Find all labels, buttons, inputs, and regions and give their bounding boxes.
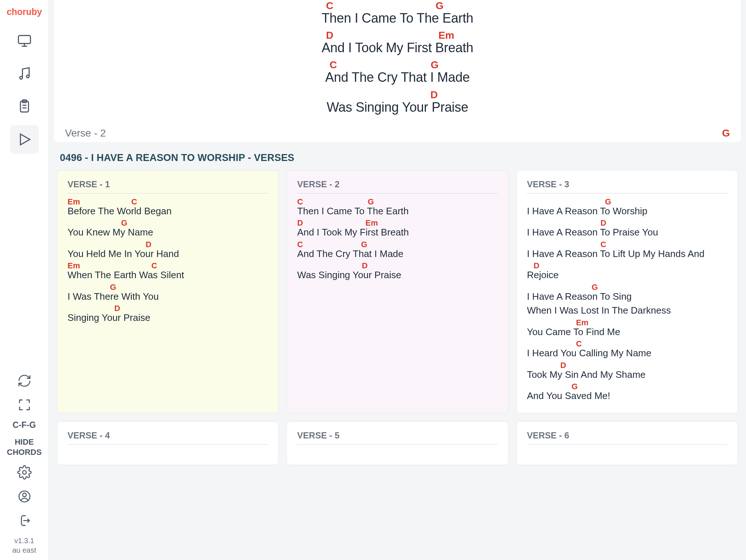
- lyric-row: Before The World Began: [68, 205, 268, 217]
- verse-card-title: VERSE - 4: [68, 430, 268, 441]
- card-line: DWas Singing Your Praise: [297, 262, 497, 281]
- display-icon[interactable]: [10, 27, 39, 55]
- chord-row: C G: [297, 198, 497, 206]
- lyric-row: I Have A Reason To Worship: [527, 205, 727, 217]
- chord-shortcut[interactable]: C-F-G: [13, 420, 36, 430]
- lyric-row: Was Singing Your Praise: [327, 99, 468, 116]
- chord-row: C: [527, 340, 727, 348]
- svg-point-10: [23, 471, 26, 474]
- chord-row: D: [68, 304, 268, 312]
- music-icon[interactable]: [10, 60, 39, 88]
- chord-row: G: [527, 383, 727, 391]
- card-line: D EmAnd I Took My First Breath: [297, 219, 497, 238]
- chord-row: Em C: [68, 262, 268, 270]
- version: v1.3.1: [14, 537, 34, 545]
- card-line: DTook My Sin And My Shame: [527, 361, 727, 381]
- card-line: GI Have A Reason To Worship: [527, 198, 727, 217]
- main: C GThen I Came To The EarthD EmAnd I Too…: [49, 0, 746, 560]
- lyric-row: I Heard You Calling My Name: [527, 347, 727, 359]
- svg-point-4: [26, 75, 29, 78]
- lyric-row: You Held Me In Your Hand: [68, 248, 268, 260]
- hide-chords-button[interactable]: HIDE CHORDS: [0, 437, 49, 457]
- verse-card[interactable]: VERSE - 3 GI Have A Reason To Worship DI…: [516, 170, 738, 413]
- card-line: When I Was Lost In The Darkness: [527, 304, 727, 317]
- verse-card[interactable]: VERSE - 6: [516, 421, 738, 465]
- user-icon[interactable]: [14, 488, 35, 505]
- chord-row: D: [527, 262, 727, 270]
- chord-row: D: [527, 219, 727, 227]
- lyric-row: Then I Came To The Earth: [297, 205, 497, 217]
- logout-icon[interactable]: [14, 512, 35, 529]
- svg-marker-9: [20, 134, 30, 145]
- chord-row: D Em: [297, 219, 497, 227]
- lyric-row: You Came To Find Me: [527, 326, 727, 338]
- chord-row: D: [297, 262, 497, 270]
- verse-card[interactable]: VERSE - 2C GThen I Came To The EarthD Em…: [287, 170, 508, 413]
- chord-row: Em C: [68, 198, 268, 206]
- nav-top: [10, 27, 39, 154]
- verse-card-title: VERSE - 5: [297, 430, 497, 441]
- lyric-row: I Have A Reason To Praise You: [527, 226, 727, 238]
- refresh-icon[interactable]: [14, 372, 35, 390]
- lyric-row: Singing Your Praise: [68, 312, 268, 324]
- verse-card-title: VERSE - 6: [527, 430, 727, 441]
- fullscreen-icon[interactable]: [14, 396, 35, 414]
- chord-row: Em: [527, 319, 727, 327]
- verse-card-title: VERSE - 3: [527, 179, 727, 189]
- lyric-row: I Have A Reason To Lift Up My Hands And: [527, 248, 727, 260]
- preview-lines: C GThen I Came To The EarthD EmAnd I Too…: [322, 0, 473, 116]
- lyric-row: When I Was Lost In The Darkness: [527, 304, 727, 317]
- version-label: v1.3.1 au east: [12, 536, 36, 555]
- lyric-row: When The Earth Was Silent: [68, 269, 268, 281]
- lyric-row: Was Singing Your Praise: [297, 269, 497, 281]
- card-line: DRejoice: [527, 262, 727, 281]
- card-line: Em CWhen The Earth Was Silent: [68, 262, 268, 281]
- card-line: C GThen I Came To The Earth: [297, 198, 497, 217]
- lyric-row: Then I Came To The Earth: [322, 10, 473, 27]
- lyric-row: And You Saved Me!: [527, 390, 727, 402]
- preview-line: C GAnd The Cry That I Made: [325, 59, 470, 87]
- verse-card[interactable]: VERSE - 5: [287, 421, 508, 465]
- lyric-row: You Knew My Name: [68, 226, 268, 238]
- verse-card-title: VERSE - 2: [297, 179, 497, 189]
- card-line: GI Have A Reason To Sing: [527, 283, 727, 303]
- preview-footer-left: Verse - 2: [65, 127, 106, 139]
- card-line: DI Have A Reason To Praise You: [527, 219, 727, 238]
- chord-row: G: [527, 198, 727, 206]
- card-line: GYou Knew My Name: [68, 219, 268, 238]
- sidebar: choruby C-F-G HIDE CHORDS: [0, 0, 49, 560]
- chord-row: D: [527, 361, 727, 369]
- chord-row: G: [68, 283, 268, 291]
- card-line: CI Have A Reason To Lift Up My Hands And: [527, 241, 727, 260]
- card-line: GAnd You Saved Me!: [527, 383, 727, 402]
- verse-grid: VERSE - 1Em CBefore The World Began GYou…: [49, 170, 746, 473]
- divider: [527, 193, 727, 193]
- card-line: Em CBefore The World Began: [68, 198, 268, 217]
- verse-card[interactable]: VERSE - 1Em CBefore The World Began GYou…: [57, 170, 278, 413]
- lyric-row: I Have A Reason To Sing: [527, 291, 727, 303]
- logo[interactable]: choruby: [7, 7, 42, 17]
- card-line: GI Was There With You: [68, 283, 268, 303]
- lyric-row: And The Cry That I Made: [325, 69, 470, 87]
- chord-row: G: [527, 283, 727, 291]
- preview-line: D EmAnd I Took My First Breath: [322, 30, 473, 57]
- lyric-row: And The Cry That I Made: [297, 248, 497, 260]
- preview-line: DWas Singing Your Praise: [327, 89, 468, 116]
- card-line: DYou Held Me In Your Hand: [68, 241, 268, 260]
- svg-point-3: [20, 76, 22, 79]
- verse-card-title: VERSE - 1: [68, 179, 268, 189]
- play-icon[interactable]: [10, 125, 39, 154]
- region: au east: [12, 546, 36, 554]
- settings-icon[interactable]: [14, 464, 35, 481]
- clipboard-icon[interactable]: [10, 92, 39, 121]
- preview-line: C GThen I Came To The Earth: [322, 0, 473, 27]
- svg-point-12: [23, 493, 26, 497]
- divider: [68, 444, 268, 445]
- lyric-row: And I Took My First Breath: [322, 40, 473, 57]
- divider: [68, 193, 268, 193]
- card-line: C GAnd The Cry That I Made: [297, 241, 497, 260]
- card-line: DSinging Your Praise: [68, 304, 268, 324]
- verse-card[interactable]: VERSE - 4: [57, 421, 278, 465]
- lyric-row: I Was There With You: [68, 291, 268, 303]
- chord-row: C: [527, 241, 727, 249]
